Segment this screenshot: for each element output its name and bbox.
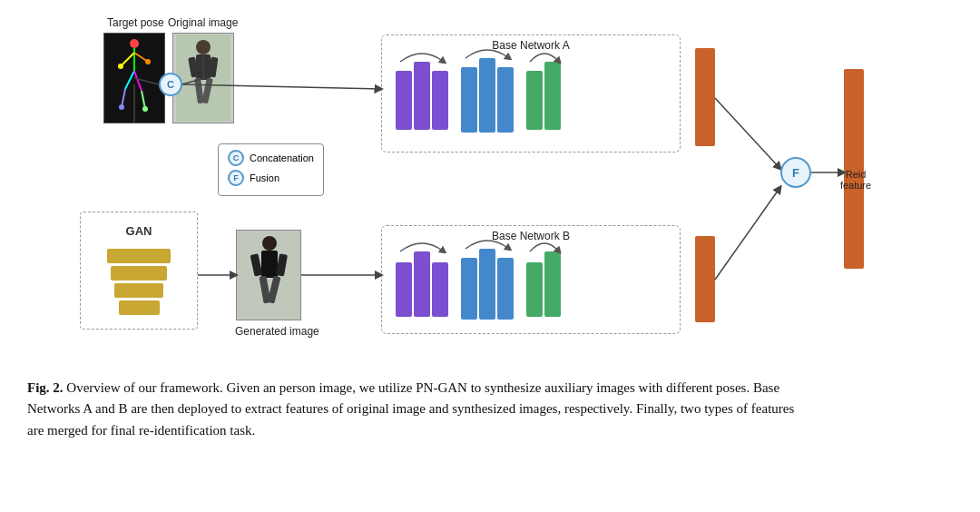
purple-blocks-b: [396, 251, 448, 317]
svg-point-9: [145, 59, 151, 64]
svg-point-8: [118, 64, 123, 69]
conv-block-p3: [432, 71, 448, 130]
diagram-area: Target pose Original image: [27, 16, 953, 370]
conv-group-purple-a: [396, 62, 448, 130]
pose-skeleton-svg: [107, 34, 162, 122]
conv-group-purple-b: [396, 251, 448, 317]
blue-blocks-a: [461, 58, 514, 133]
svg-line-7: [142, 91, 145, 109]
legend-c-circle: C: [228, 150, 244, 166]
arch-arrow-a1: [396, 45, 448, 64]
legend-concatenation-text: Concatenation: [250, 153, 314, 163]
legend-box: C Concatenation F Fusion: [218, 143, 324, 196]
green-blocks-a: [526, 62, 561, 130]
svg-point-0: [130, 39, 139, 48]
purple-blocks-a: [396, 62, 448, 130]
svg-line-5: [134, 71, 142, 91]
arch-arrow-b2: [461, 232, 514, 251]
orange-output-bar-a: [695, 48, 715, 146]
legend-item-concatenation: C Concatenation: [228, 150, 314, 166]
generated-image-label: Generated image: [235, 325, 319, 338]
conv-block-b1: [461, 67, 477, 133]
arch-arrow-a3: [526, 45, 563, 64]
arch-arrow-b1: [396, 235, 448, 253]
conv-block-g2: [544, 62, 561, 130]
svg-rect-21: [261, 251, 278, 278]
svg-line-31: [715, 98, 780, 169]
base-network-b: Base Network B: [381, 225, 681, 334]
target-pose-image: [103, 33, 165, 123]
original-image: [172, 33, 234, 123]
conv-block-b2: [479, 58, 495, 133]
fusion-f-label: F: [792, 166, 799, 180]
conv-block-p1: [396, 71, 412, 130]
conv-block-g1: [526, 71, 543, 130]
arch-arrow-b3: [526, 235, 563, 253]
generated-image: [236, 230, 301, 320]
caption-text: Overview of our framework. Given an pers…: [27, 380, 794, 438]
conv-group-green-a: [526, 62, 561, 130]
svg-point-10: [119, 104, 124, 110]
legend-f-circle: F: [228, 170, 244, 186]
legend-fusion-text: Fusion: [250, 172, 279, 183]
network-b-feature-blocks: [396, 249, 561, 320]
generated-person-svg: [237, 231, 301, 320]
caption: Fig. 2. Overview of our framework. Given…: [27, 378, 808, 441]
stack-layer-3: [114, 283, 163, 298]
base-network-a: Base Network A: [381, 34, 681, 153]
caption-bold: Fig. 2.: [27, 380, 64, 395]
conv-block-b3: [497, 67, 514, 133]
svg-line-6: [122, 89, 125, 107]
stack-layer-4: [119, 300, 160, 315]
conv-group-blue-a: [461, 58, 514, 133]
blue-blocks-b: [461, 249, 514, 320]
conv-group-green-b: [526, 251, 561, 317]
gan-stacks: [107, 249, 171, 318]
stack-layer-1: [107, 249, 171, 263]
svg-line-2: [121, 53, 134, 66]
conv-block-p2: [414, 62, 430, 130]
gan-box: GAN: [80, 212, 198, 330]
svg-point-13: [196, 40, 211, 54]
green-blocks-b: [526, 251, 561, 317]
concatenation-circle-top: C: [159, 73, 182, 96]
svg-line-32: [715, 187, 780, 280]
main-container: Target pose Original image: [0, 0, 980, 512]
reid-feature-label: Reid feature: [833, 169, 878, 191]
person-walking-svg: [176, 34, 230, 122]
legend-item-fusion: F Fusion: [228, 170, 314, 186]
svg-rect-14: [196, 54, 211, 80]
arch-arrow-a2: [461, 42, 514, 60]
original-image-label: Original image: [168, 16, 238, 29]
circle-c-label: C: [167, 79, 174, 90]
stack-layer-2: [111, 266, 167, 281]
target-pose-label: Target pose: [107, 16, 164, 29]
svg-point-11: [142, 106, 148, 112]
svg-point-20: [262, 236, 277, 251]
svg-line-4: [125, 71, 134, 89]
orange-output-bar-b: [695, 236, 715, 322]
fusion-circle-f: F: [780, 157, 811, 188]
conv-group-blue-b: [461, 249, 514, 320]
gan-label: GAN: [126, 224, 152, 238]
network-a-feature-blocks: [396, 58, 561, 133]
